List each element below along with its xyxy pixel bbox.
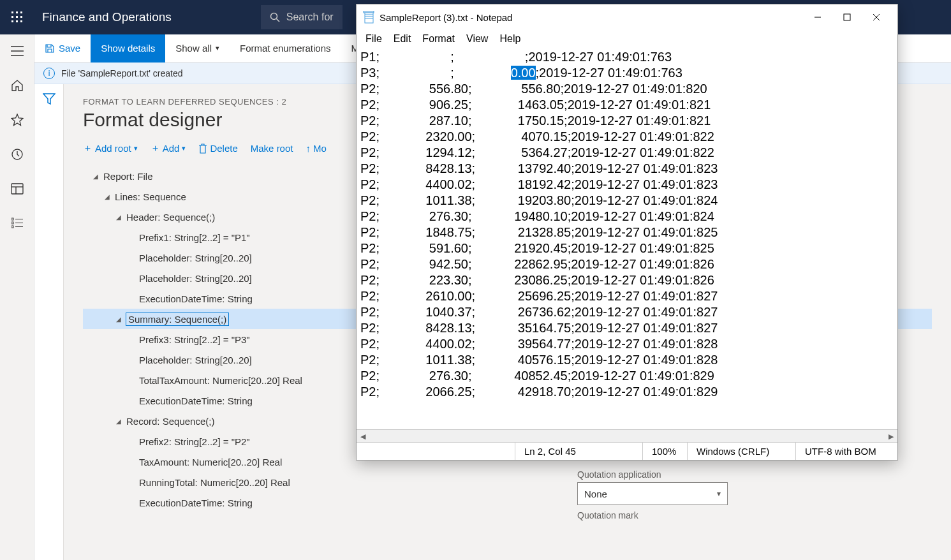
svg-rect-19 xyxy=(11,222,13,224)
svg-rect-8 xyxy=(20,20,22,22)
svg-rect-24 xyxy=(365,12,373,23)
notepad-titlebar[interactable]: SampleReport (3).txt - Notepad xyxy=(357,4,897,30)
plus-icon: ＋ xyxy=(83,142,92,154)
menu-view[interactable]: View xyxy=(466,33,488,45)
menu-format[interactable]: Format xyxy=(422,33,455,45)
svg-rect-5 xyxy=(20,16,22,18)
app-name: Finance and Operations xyxy=(34,10,172,24)
waffle-icon[interactable] xyxy=(0,0,34,34)
chevron-down-icon: ▾ xyxy=(717,489,721,498)
svg-rect-30 xyxy=(844,14,850,20)
home-icon[interactable] xyxy=(7,75,27,96)
menu-help[interactable]: Help xyxy=(499,33,520,45)
status-eol: Windows (CRLF) xyxy=(687,443,795,460)
quotation-app-value: None xyxy=(584,489,607,499)
search-icon xyxy=(270,12,280,22)
chevron-down-icon: ▾ xyxy=(134,144,138,152)
caret-down-icon: ◢ xyxy=(114,316,124,323)
minimize-button[interactable] xyxy=(803,8,832,27)
add-button[interactable]: ＋Add▾ xyxy=(151,142,186,154)
menu-edit[interactable]: Edit xyxy=(394,33,411,45)
list-icon[interactable] xyxy=(7,213,27,233)
format-enum-button[interactable]: Format enumerations xyxy=(230,34,341,63)
caret-down-icon: ◢ xyxy=(102,193,112,200)
tree-node-runningtotal[interactable]: RunningTotal: Numeric[20..20] Real xyxy=(83,472,932,492)
maximize-button[interactable] xyxy=(832,8,862,27)
info-message: File 'SampleReport.txt' created xyxy=(61,68,183,78)
tree-node-execdt[interactable]: ExecutionDateTime: String xyxy=(83,492,932,513)
svg-line-10 xyxy=(276,19,279,22)
notepad-window: SampleReport (3).txt - Notepad File Edit… xyxy=(356,4,898,461)
svg-rect-4 xyxy=(16,16,18,18)
svg-rect-1 xyxy=(16,11,18,13)
show-all-button[interactable]: Show all▾ xyxy=(165,34,230,63)
quotation-app-label: Quotation application xyxy=(577,469,661,480)
svg-rect-28 xyxy=(364,11,374,13)
move-button[interactable]: ↑Mo xyxy=(306,143,326,154)
close-button[interactable] xyxy=(862,8,891,27)
clock-icon[interactable] xyxy=(7,144,27,165)
search-text: Search for xyxy=(286,11,334,23)
notepad-icon xyxy=(363,11,374,24)
svg-point-9 xyxy=(270,13,277,20)
notepad-statusbar: Ln 2, Col 45 100% Windows (CRLF) UTF-8 w… xyxy=(357,442,897,460)
svg-rect-0 xyxy=(11,11,13,13)
menu-file[interactable]: File xyxy=(365,33,382,45)
svg-rect-6 xyxy=(11,20,13,22)
caret-down-icon: ◢ xyxy=(91,173,101,180)
svg-rect-7 xyxy=(16,20,18,22)
svg-rect-3 xyxy=(11,16,13,18)
arrow-up-icon: ↑ xyxy=(306,143,311,154)
status-encoding: UTF-8 with BOM xyxy=(795,443,897,460)
star-icon[interactable] xyxy=(7,110,27,130)
chevron-down-icon: ▾ xyxy=(216,44,219,52)
add-root-button[interactable]: ＋Add root▾ xyxy=(83,142,138,154)
make-root-button[interactable]: Make root xyxy=(251,143,293,154)
hamburger-icon[interactable] xyxy=(7,41,27,61)
trash-icon xyxy=(198,144,207,154)
scroll-right-icon[interactable]: ▶ xyxy=(885,430,897,443)
svg-rect-20 xyxy=(11,226,13,228)
quotation-mark-label: Quotation mark xyxy=(577,510,638,520)
svg-rect-15 xyxy=(11,184,23,194)
notepad-hscrollbar[interactable]: ◀ ▶ xyxy=(357,429,897,442)
filter-column xyxy=(34,84,64,560)
notepad-menu: File Edit Format View Help xyxy=(357,30,897,48)
left-rail xyxy=(0,34,34,560)
caret-down-icon: ◢ xyxy=(114,214,124,221)
show-details-tab[interactable]: Show details xyxy=(91,34,165,63)
save-icon xyxy=(45,43,55,54)
status-position: Ln 2, Col 45 xyxy=(515,443,642,460)
scroll-left-icon[interactable]: ◀ xyxy=(357,430,369,443)
notepad-title: SampleReport (3).txt - Notepad xyxy=(380,12,512,23)
save-label: Save xyxy=(59,43,80,54)
workspace-icon[interactable] xyxy=(7,179,27,199)
filter-icon[interactable] xyxy=(43,93,55,105)
svg-rect-18 xyxy=(11,218,13,220)
chevron-down-icon: ▾ xyxy=(182,144,186,152)
caret-down-icon: ◢ xyxy=(114,418,124,425)
svg-rect-2 xyxy=(20,11,22,13)
info-icon: i xyxy=(43,68,55,79)
quotation-app-select[interactable]: None ▾ xyxy=(577,482,728,505)
search-input[interactable]: Search for xyxy=(261,5,343,29)
plus-icon: ＋ xyxy=(151,142,160,154)
status-zoom: 100% xyxy=(642,443,687,460)
notepad-textarea[interactable]: P1; ; ;2019-12-27 01:49:01:763P3; ; 0.00… xyxy=(357,48,897,429)
delete-button[interactable]: Delete xyxy=(198,143,237,154)
save-button[interactable]: Save xyxy=(34,34,91,63)
